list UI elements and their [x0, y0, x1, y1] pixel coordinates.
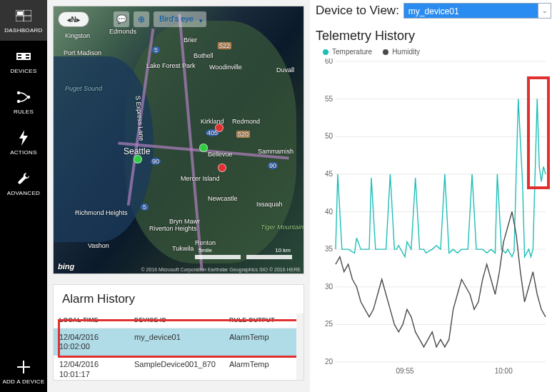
map-route-90b: 90	[268, 162, 278, 169]
legend-dot	[383, 49, 388, 55]
cell-output: AlarmTemp	[224, 328, 303, 356]
chart-svg: 20253035404550556009:5510:00	[316, 59, 550, 376]
device-selector-value: my_device01	[404, 4, 538, 18]
svg-point-10	[17, 100, 20, 103]
map-scale-miles	[195, 255, 241, 259]
svg-rect-5	[18, 54, 21, 56]
col-device-id[interactable]: DEVICE ID	[129, 312, 224, 328]
map-label-edmonds: Edmonds	[109, 28, 136, 35]
map-label-lakeforest: Lake Forest Park	[146, 62, 196, 69]
table-header-row: LOCAL TIME DEVICE ID RULE OUTPUT	[54, 312, 303, 328]
sidebar-item-devices[interactable]: DEVICES	[0, 41, 47, 81]
map-marker-red[interactable]	[218, 164, 226, 172]
svg-text:50: 50	[325, 132, 333, 140]
cell-time: 12/04/201610:01:17	[54, 356, 129, 381]
map-chat-icon[interactable]: 💬	[114, 11, 129, 27]
svg-rect-4	[16, 53, 31, 60]
map-label-redmond: Redmond	[232, 118, 260, 125]
map-toolbar: ◂ N ▸ 💬 ⊕ Bird's eye	[58, 11, 299, 28]
svg-text:25: 25	[325, 320, 333, 328]
svg-text:45: 45	[325, 170, 333, 178]
sidebar-label: ADD A DEVICE	[2, 378, 44, 385]
map-label-bothell: Bothell	[194, 52, 214, 59]
device-selector-label: Device to View:	[316, 4, 399, 18]
telemetry-title: Telemetry History	[316, 29, 551, 44]
sidebar-label: ACTIONS	[10, 149, 37, 156]
table-row[interactable]: 12/04/201610:02:00 my_device01 AlarmTemp	[54, 328, 303, 356]
sidebar-item-actions[interactable]: ACTIONS	[0, 122, 47, 163]
svg-text:20: 20	[325, 358, 333, 366]
sidebar-label: DEVICES	[10, 68, 36, 74]
map-view-select[interactable]: Bird's eye	[154, 11, 206, 27]
cell-output: AlarmTemp	[224, 356, 303, 381]
sidebar-label: RULES	[14, 109, 34, 115]
map-scale-km	[246, 255, 292, 259]
svg-text:35: 35	[325, 245, 333, 253]
chart-legend: Temperature Humidity	[323, 48, 551, 56]
chevron-down-icon: ⌄	[538, 4, 551, 18]
alarm-history-table: LOCAL TIME DEVICE ID RULE OUTPUT 12/04/2…	[54, 312, 303, 381]
map-panel[interactable]: Puget Sound Seattle Bellevue Kirkland Re…	[53, 6, 304, 274]
table-row[interactable]: 12/04/201610:01:17 SampleDevice001_870 A…	[54, 356, 303, 381]
alarm-history-title: Alarm History	[54, 285, 303, 312]
telemetry-chart: 20253035404550556009:5510:00	[316, 59, 550, 376]
svg-rect-1	[17, 11, 23, 15]
plus-icon	[17, 358, 30, 376]
map-compass[interactable]: ◂ N ▸	[58, 11, 89, 27]
map-marker-green[interactable]	[134, 155, 142, 164]
scrollbar[interactable]	[296, 313, 303, 380]
map-route-522: 522	[218, 42, 231, 49]
map-scale-label: 5mile	[199, 247, 212, 253]
map-label-bryn: Bryn Mawr	[169, 218, 200, 225]
map-label-newcastle: Newcastle	[208, 195, 238, 202]
col-rule-output[interactable]: RULE OUTPUT	[224, 312, 303, 328]
map-label-sammamish: Sammamish	[258, 148, 293, 155]
svg-text:55: 55	[325, 95, 333, 103]
cell-device: my_device01	[129, 328, 224, 356]
map-label-water: Puget Sound	[65, 85, 102, 92]
legend-humidity[interactable]: Humidity	[383, 48, 420, 56]
map-zoom-icon[interactable]: ⊕	[134, 11, 149, 27]
map-scale-label: 10 km	[275, 247, 291, 253]
svg-text:09:55: 09:55	[396, 367, 414, 375]
lightning-icon	[18, 129, 29, 146]
svg-rect-6	[18, 57, 21, 59]
map-marker-green[interactable]	[199, 144, 208, 152]
svg-text:30: 30	[325, 283, 333, 291]
map-label-kingston: Kingston	[65, 32, 90, 39]
sidebar-item-rules[interactable]: RULES	[0, 81, 47, 122]
sidebar-item-add-device[interactable]: ADD A DEVICE	[0, 351, 47, 392]
svg-text:40: 40	[325, 208, 333, 216]
svg-point-9	[17, 91, 20, 94]
map-label-renton: Renton	[195, 239, 216, 246]
map-label-brier: Brier	[184, 36, 197, 44]
map-credits: © 2016 Microsoft Corporation Earthstar G…	[54, 267, 303, 272]
map-route-90a: 90	[151, 158, 161, 165]
map-label-vashon: Vashon	[88, 242, 109, 249]
map-label-richmond: Richmond Heights	[75, 209, 128, 216]
map-route-5a: 5	[141, 203, 149, 211]
sidebar-label: ADVANCED	[7, 190, 40, 196]
svg-text:10:00: 10:00	[495, 367, 513, 375]
map-label-mercer: Mercer Island	[181, 175, 220, 182]
map-label-woodinville: Woodinville	[209, 64, 242, 71]
alarm-history-panel: Alarm History LOCAL TIME DEVICE ID RULE …	[53, 284, 304, 381]
sidebar-item-dashboard[interactable]: DASHBOARD	[0, 0, 47, 41]
sidebar-label: DASHBOARD	[4, 27, 42, 34]
main-column: Puget Sound Seattle Bellevue Kirkland Re…	[47, 0, 310, 392]
svg-rect-8	[26, 57, 29, 59]
map-marker-red[interactable]	[215, 124, 224, 132]
sidebar: DASHBOARD DEVICES RULES ACTIONS ADVANCED…	[0, 0, 47, 392]
sidebar-item-advanced[interactable]: ADVANCED	[0, 163, 47, 203]
cell-device: SampleDevice001_870	[129, 356, 224, 381]
map-label-tukwila: Tukwila	[172, 245, 194, 252]
map-label-tiger: Tiger Mountain	[261, 223, 303, 231]
map-label-port: Port Madison	[64, 49, 101, 56]
map-label-bellevue: Bellevue	[208, 151, 233, 158]
legend-dot	[323, 49, 328, 55]
device-selector[interactable]: my_device01 ⌄	[403, 3, 551, 19]
col-local-time[interactable]: LOCAL TIME	[54, 312, 129, 328]
map-label-duvall: Duvall	[276, 66, 294, 74]
legend-temperature[interactable]: Temperature	[323, 48, 372, 56]
device-selector-row: Device to View: my_device01 ⌄	[316, 3, 551, 19]
